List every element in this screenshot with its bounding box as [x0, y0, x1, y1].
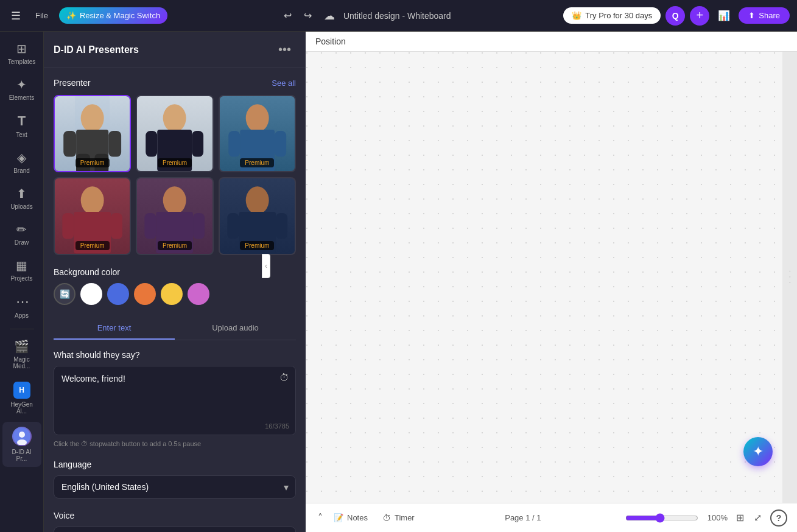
user-avatar-button[interactable]: Q [665, 6, 685, 26]
canvas-topbar: Position [306, 32, 797, 52]
resize-magic-button[interactable]: ✨ Resize & Magic Switch [59, 7, 167, 24]
sidebar-item-apps[interactable]: ⋯ Apps [2, 289, 41, 324]
sidebar-item-text[interactable]: T Text [2, 108, 41, 143]
presenter-card-1[interactable]: Premium [54, 95, 131, 172]
magic-swatch[interactable]: 🔄 [54, 283, 75, 305]
svg-point-10 [163, 104, 186, 132]
canvas-content[interactable]: · · · ✦ [306, 52, 797, 503]
color-swatches: 🔄 [54, 283, 296, 305]
grid-icon: ⊞ [736, 513, 744, 523]
svg-point-22 [163, 187, 186, 215]
undo-button[interactable]: ↩ [280, 6, 295, 25]
premium-badge: Premium [158, 158, 192, 167]
sidebar-item-uploads[interactable]: ⬆ Uploads [2, 181, 41, 215]
grid-view-button[interactable]: ⊞ [732, 508, 748, 527]
language-select[interactable]: English (United States) English (United … [54, 475, 296, 499]
notes-label: Notes [347, 513, 368, 522]
cloud-save-button[interactable]: ☁ [320, 5, 339, 26]
presenter-card-2[interactable]: Premium [136, 95, 213, 172]
text-icon: T [18, 113, 26, 129]
sidebar-item-draw[interactable]: ✏ Draw [2, 217, 41, 251]
redo-icon: ↪ [304, 10, 312, 21]
svg-rect-20 [62, 213, 74, 239]
enter-text-tab[interactable]: Enter text [54, 317, 175, 340]
timer-label: Timer [395, 513, 415, 522]
share-button[interactable]: ⬆ Share [739, 7, 790, 24]
sidebar-item-did[interactable]: D-ID AI Pr... [2, 422, 41, 467]
panel-title: D-ID AI Presenters [54, 44, 139, 55]
premium-badge: Premium [75, 241, 110, 250]
did-avatar-icon [12, 427, 32, 446]
svg-rect-17 [275, 131, 286, 157]
svg-rect-24 [145, 213, 156, 239]
sidebar-item-heygen[interactable]: H HeyGen Al... [2, 377, 41, 419]
magic-wand-icon: ✨ [66, 11, 76, 20]
presenter-card-5[interactable]: Premium [136, 177, 213, 254]
upload-audio-tab[interactable]: Upload audio [175, 317, 296, 340]
sidebar-item-brand[interactable]: ◈ Brand [2, 145, 41, 179]
analytics-button[interactable]: 📊 [714, 6, 734, 25]
yellow-swatch[interactable] [161, 283, 183, 305]
apps-icon: ⋯ [16, 294, 28, 310]
purple-swatch[interactable] [188, 283, 209, 305]
topbar-center: ↩ ↪ ☁ Untitled design - Whiteboard [172, 5, 558, 26]
sidebar-item-projects[interactable]: ▦ Projects [2, 253, 41, 287]
analytics-icon: 📊 [718, 10, 730, 21]
timer-button[interactable]: ⏱ Timer [376, 509, 421, 527]
create-new-button[interactable]: + [690, 6, 709, 26]
premium-badge: Premium [240, 158, 274, 167]
edge-indicator: · · · [787, 270, 793, 285]
file-button[interactable]: File [29, 7, 54, 24]
upload-audio-tab-label: Upload audio [212, 323, 259, 332]
canvas-area: Position · · · ✦ [306, 32, 797, 532]
language-select-wrapper: English (United States) English (United … [54, 475, 296, 499]
help-button[interactable]: ? [770, 509, 787, 527]
sidebar-item-elements[interactable]: ✦ Elements [2, 72, 41, 106]
try-pro-button[interactable]: 👑 Try Pro for 30 days [563, 7, 661, 24]
plus-icon: + [696, 9, 703, 22]
zoom-slider[interactable] [625, 513, 698, 523]
redo-button[interactable]: ↪ [300, 6, 315, 25]
try-pro-label: Try Pro for 30 days [585, 11, 652, 20]
magic-wand-button[interactable]: ✦ [743, 437, 773, 466]
hamburger-button[interactable]: ☰ [7, 5, 24, 26]
cloud-icon: ☁ [324, 10, 335, 22]
presenter-section-header: Presenter See all [54, 78, 296, 88]
svg-rect-6 [63, 131, 76, 157]
see-all-button[interactable]: See all [272, 79, 296, 88]
audio-tabs: Enter text Upload audio [54, 317, 296, 340]
expand-bottom-button[interactable]: ˄ [315, 509, 325, 526]
stopwatch-button[interactable]: ⏱ [279, 373, 289, 383]
view-buttons: ⊞ ⤢ [732, 508, 765, 527]
premium-badge: Premium [240, 241, 274, 250]
see-all-label: See all [272, 79, 296, 88]
white-swatch[interactable] [80, 283, 102, 305]
notes-button[interactable]: 📝 Notes [328, 509, 374, 526]
sidebar-item-label: Uploads [10, 203, 33, 210]
svg-point-26 [245, 187, 269, 215]
voice-select[interactable]: Amy - Middle Aged Brian Emma [54, 527, 296, 532]
sidebar-item-label: Magic Med... [6, 356, 38, 369]
enter-text-tab-label: Enter text [97, 323, 132, 332]
svg-rect-16 [228, 131, 240, 157]
hide-panel-button[interactable]: ‹ [262, 254, 270, 278]
presenter-card-3[interactable]: Premium [219, 95, 296, 172]
orange-swatch[interactable] [134, 283, 156, 305]
presenter-card-6[interactable]: Premium [219, 177, 296, 254]
sidebar-item-templates[interactable]: ⊞ Templates [2, 37, 41, 70]
more-icon: ••• [278, 43, 291, 56]
fullscreen-button[interactable]: ⤢ [750, 508, 765, 527]
speech-text-input[interactable] [54, 366, 295, 432]
presenter-card-4[interactable]: Premium [54, 177, 131, 254]
timer-icon: ⏱ [382, 513, 391, 523]
svg-point-14 [245, 104, 269, 132]
language-label: Language [54, 460, 296, 469]
blue-swatch[interactable] [107, 283, 129, 305]
sidebar-item-label: Templates [8, 58, 36, 65]
panel-more-button[interactable]: ••• [273, 41, 296, 58]
notes-icon: 📝 [334, 513, 343, 522]
panel-content: Presenter See all [44, 68, 306, 532]
chevron-up-icon: ˄ [318, 513, 323, 523]
avatar-initial: Q [672, 11, 679, 21]
sidebar-item-magic-med[interactable]: 🎬 Magic Med... [2, 334, 41, 374]
